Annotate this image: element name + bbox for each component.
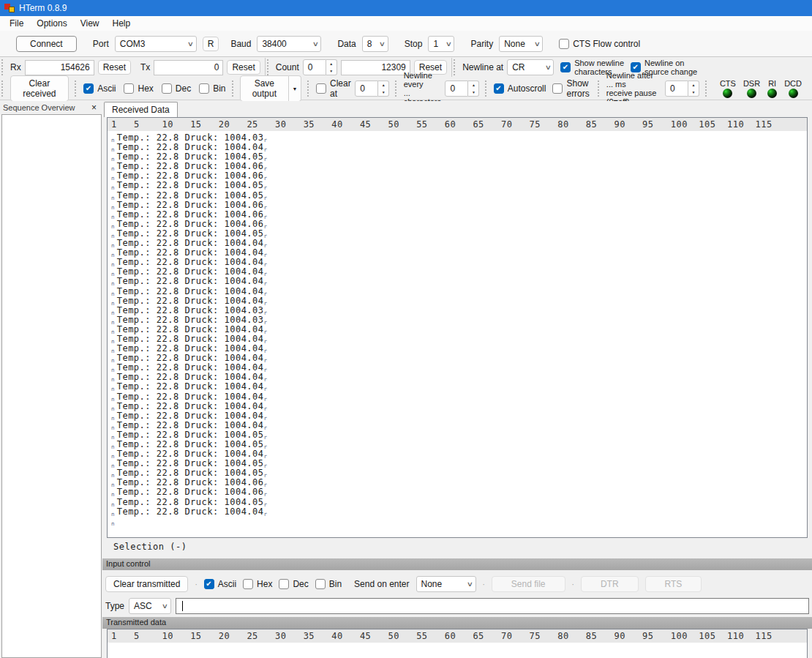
toolbar-grip[interactable] xyxy=(1,59,4,75)
spinner-arrows-icon[interactable]: ▲▼ xyxy=(378,81,389,97)
transmitted-data-header: Transmitted data xyxy=(102,617,812,629)
connect-button[interactable]: Connect xyxy=(16,36,77,52)
input-control-panel: Clear transmitted · Ascii Hex Dec xyxy=(102,570,812,617)
chevron-down-icon: ∨ xyxy=(467,580,473,588)
menu-options[interactable]: Options xyxy=(30,17,73,30)
newline-after-spinner[interactable]: 0 ▲▼ xyxy=(665,81,699,97)
dcd-indicator: DCD xyxy=(784,79,802,98)
send-on-enter-label: Send on enter xyxy=(354,579,409,589)
ri-indicator: RI xyxy=(767,79,777,98)
tx-dec-checkbox[interactable]: Dec xyxy=(279,579,308,589)
checkbox-icon xyxy=(204,579,214,589)
rescan-ports-button[interactable]: R xyxy=(203,37,219,51)
toolbar-grip[interactable] xyxy=(454,59,456,75)
newline-at-label: Newline at xyxy=(462,62,503,72)
newline-at-select[interactable]: CR∨ xyxy=(507,59,554,75)
rx-reset-button[interactable]: Reset xyxy=(98,60,131,75)
chevron-down-icon: ∨ xyxy=(312,40,319,48)
tx-reset-button[interactable]: Reset xyxy=(227,60,260,75)
toolbar-grip[interactable] xyxy=(705,81,708,97)
dtr-button[interactable]: DTR xyxy=(581,576,639,592)
chevron-down-icon: ∨ xyxy=(379,40,386,48)
count-total-field: 12309 xyxy=(341,60,410,75)
menu-file[interactable]: File xyxy=(3,17,30,30)
received-data-view[interactable]: 1 5 10 15 20 25 30 35 40 45 50 55 60 65 … xyxy=(107,117,808,538)
selection-status: Selection (-) xyxy=(107,538,808,552)
toolbar-grip[interactable] xyxy=(267,59,270,75)
title-bar: HTerm 0.8.9 xyxy=(0,0,812,16)
checkbox-icon xyxy=(83,83,94,94)
sequence-overview-panel: Sequence Overview × xyxy=(0,101,102,658)
checkbox-icon xyxy=(560,62,571,72)
show-errors-checkbox[interactable]: Show errors xyxy=(552,78,592,99)
checkbox-icon xyxy=(243,579,253,589)
toolbar-grip[interactable] xyxy=(598,81,600,97)
rx-ascii-checkbox[interactable]: Ascii xyxy=(83,83,116,94)
menu-help[interactable]: Help xyxy=(106,17,138,30)
send-file-button[interactable]: Send file xyxy=(492,576,565,592)
count-spinner[interactable]: 0 ▲▼ xyxy=(303,59,337,75)
count-label: Count xyxy=(276,62,299,72)
spinner-arrows-icon[interactable]: ▲▼ xyxy=(326,59,337,75)
tab-received-data[interactable]: Received Data xyxy=(104,102,178,118)
sequence-overview-list[interactable] xyxy=(1,114,102,658)
autoscroll-checkbox[interactable]: Autoscroll xyxy=(494,83,546,94)
toolbar-grip[interactable] xyxy=(395,81,398,97)
input-control-header: Input control xyxy=(102,558,812,570)
tx-bin-checkbox[interactable]: Bin xyxy=(315,579,342,589)
chevron-down-icon: ∨ xyxy=(187,40,194,48)
menu-bar: File Options View Help xyxy=(0,16,812,31)
parity-select[interactable]: None∨ xyxy=(499,36,543,52)
column-ruler: 1 5 10 15 20 25 30 35 40 45 50 55 60 65 … xyxy=(108,629,807,643)
checkbox-icon xyxy=(631,62,641,72)
toolbar-grip[interactable] xyxy=(1,81,4,97)
clear-received-button[interactable]: Clear received xyxy=(10,75,69,102)
menu-view[interactable]: View xyxy=(74,17,106,30)
checkbox-icon xyxy=(124,83,134,94)
hterm-window: HTerm 0.8.9 File Options View Help Conne… xyxy=(0,0,812,658)
parity-label: Parity xyxy=(470,39,493,49)
type-select[interactable]: ASC∨ xyxy=(129,598,171,614)
send-on-enter-select[interactable]: None∨ xyxy=(416,576,476,592)
tx-ascii-checkbox[interactable]: Ascii xyxy=(204,579,236,589)
toolbar-grip[interactable] xyxy=(307,81,310,97)
transmitted-data-page: 1 5 10 15 20 25 30 35 40 45 50 55 60 65 … xyxy=(102,629,812,658)
toolbar-grip[interactable] xyxy=(75,81,78,97)
newline-every-spinner[interactable]: 0 ▲▼ xyxy=(445,81,479,97)
save-output-dropdown-icon[interactable]: ▼ xyxy=(289,75,302,102)
clear-at-spinner[interactable]: 0 ▲▼ xyxy=(355,81,389,97)
stop-bits-label: Stop xyxy=(405,39,423,49)
spinner-arrows-icon[interactable]: ▲▼ xyxy=(688,81,699,97)
rx-bin-checkbox[interactable]: Bin xyxy=(199,83,225,94)
spinner-arrows-icon[interactable]: ▲▼ xyxy=(468,81,479,97)
clear-transmitted-button[interactable]: Clear transmitted xyxy=(105,576,188,592)
sequence-overview-title: Sequence Overview xyxy=(3,103,75,112)
transmitted-data-view[interactable]: 1 5 10 15 20 25 30 35 40 45 50 55 60 65 … xyxy=(107,629,808,658)
tx-hex-checkbox[interactable]: Hex xyxy=(243,579,272,589)
checkbox-icon xyxy=(494,83,504,94)
data-bits-select[interactable]: 8∨ xyxy=(362,36,388,52)
clear-at-checkbox[interactable]: Clear at xyxy=(316,78,351,99)
send-input[interactable] xyxy=(176,598,809,614)
rts-button[interactable]: RTS xyxy=(645,576,702,592)
cts-flow-checkbox[interactable]: CTS Flow control xyxy=(559,39,640,49)
checkbox-icon xyxy=(162,83,172,94)
data-bits-label: Data xyxy=(337,39,356,49)
led-icon xyxy=(723,89,732,98)
column-ruler: 1 5 10 15 20 25 30 35 40 45 50 55 60 65 … xyxy=(108,118,807,131)
toolbar-grip[interactable] xyxy=(485,81,487,97)
received-line-tail: n xyxy=(111,517,807,526)
stop-bits-select[interactable]: 1∨ xyxy=(428,36,454,52)
port-select[interactable]: COM3∨ xyxy=(115,36,197,52)
rx-count-field: 154626 xyxy=(25,60,94,75)
led-icon xyxy=(747,89,756,98)
baud-select[interactable]: 38400∨ xyxy=(257,36,321,52)
close-icon[interactable]: × xyxy=(89,102,99,113)
rx-hex-checkbox[interactable]: Hex xyxy=(124,83,153,94)
dsr-indicator: DSR xyxy=(743,79,760,98)
rx-dec-checkbox[interactable]: Dec xyxy=(162,83,191,94)
save-output-button[interactable]: Save output xyxy=(240,75,288,102)
toolbar-grip[interactable] xyxy=(232,81,235,97)
port-label: Port xyxy=(93,39,109,49)
text-caret xyxy=(182,601,183,611)
